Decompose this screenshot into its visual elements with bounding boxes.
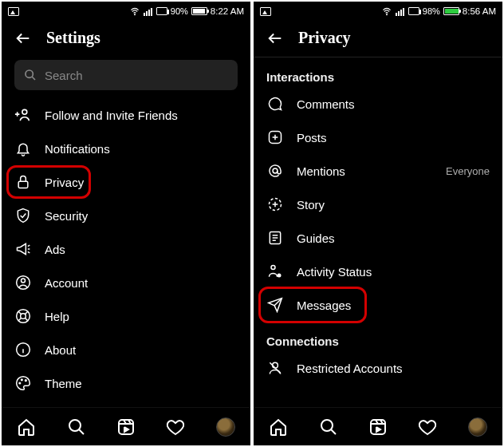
row-account[interactable]: Account — [2, 266, 250, 299]
plus-square-icon — [266, 129, 284, 146]
row-mentions[interactable]: Mentions Everyone — [254, 154, 502, 188]
sim-icon — [156, 7, 167, 15]
row-restricted-accounts[interactable]: Restricted Accounts — [254, 351, 502, 385]
svg-point-15 — [26, 380, 27, 382]
svg-rect-17 — [119, 420, 133, 434]
settings-list: Follow and Invite Friends Notifications … — [2, 98, 250, 407]
wifi-icon — [381, 7, 392, 16]
battery-charging-icon — [443, 7, 459, 15]
trail-value: Everyone — [446, 165, 490, 177]
header: Settings — [2, 21, 250, 57]
svg-rect-3 — [148, 10, 150, 16]
activity-icon — [266, 263, 284, 280]
nav-profile-avatar[interactable] — [467, 416, 489, 438]
avatar-icon — [468, 417, 487, 437]
lifebuoy-icon — [14, 307, 32, 325]
restrict-icon — [266, 359, 284, 377]
svg-point-18 — [386, 14, 387, 14]
add-friends-icon — [14, 106, 32, 124]
svg-rect-2 — [146, 11, 148, 16]
battery-icon — [191, 7, 207, 15]
row-help[interactable]: Help — [2, 299, 250, 333]
svg-point-11 — [21, 314, 26, 319]
row-ads[interactable]: Ads — [2, 232, 250, 266]
back-arrow-icon[interactable] — [266, 30, 284, 47]
nav-reels-icon[interactable] — [367, 416, 389, 438]
page-title: Settings — [46, 29, 100, 47]
row-story[interactable]: Story — [254, 188, 502, 221]
settings-screen: 90% 8:22 AM Settings Search Follow and I… — [2, 2, 250, 445]
info-icon — [14, 341, 32, 358]
story-icon — [266, 196, 284, 213]
row-activity-status[interactable]: Activity Status — [254, 255, 502, 288]
shield-icon — [14, 207, 32, 224]
status-bar: 90% 8:22 AM — [2, 2, 250, 21]
signal-icon — [144, 7, 153, 16]
guides-icon — [266, 229, 284, 247]
row-messages[interactable]: Messages — [254, 288, 502, 322]
svg-point-28 — [278, 274, 282, 278]
search-placeholder: Search — [45, 69, 83, 82]
row-follow-invite[interactable]: Follow and Invite Friends — [2, 98, 250, 132]
privacy-list: Interactions Comments Posts Mentions Eve… — [254, 57, 502, 407]
svg-rect-1 — [144, 13, 145, 16]
row-privacy[interactable]: Privacy — [2, 165, 250, 199]
svg-point-10 — [17, 310, 30, 323]
row-guides[interactable]: Guides — [254, 221, 502, 255]
svg-point-5 — [26, 70, 33, 77]
megaphone-icon — [14, 240, 32, 258]
nav-home-icon[interactable] — [267, 416, 289, 438]
privacy-screen: 98% 8:56 AM Privacy Interactions Comment… — [254, 2, 502, 445]
avatar-icon — [216, 417, 235, 437]
clock: 8:56 AM — [463, 6, 496, 16]
svg-point-24 — [273, 168, 278, 173]
row-comments[interactable]: Comments — [254, 87, 502, 121]
comment-icon — [266, 95, 284, 113]
nav-activity-icon[interactable] — [416, 416, 439, 438]
svg-rect-19 — [396, 13, 397, 16]
lock-icon — [14, 173, 32, 191]
send-icon — [266, 296, 284, 314]
svg-point-9 — [22, 279, 26, 283]
row-notifications[interactable]: Notifications — [2, 132, 250, 165]
battery-text: 98% — [423, 6, 440, 16]
back-arrow-icon[interactable] — [14, 30, 32, 47]
row-about[interactable]: About — [2, 333, 250, 366]
row-posts[interactable]: Posts — [254, 121, 502, 154]
bottom-nav — [2, 407, 250, 445]
palette-icon — [14, 374, 32, 392]
picture-icon — [260, 7, 271, 16]
section-connections: Connections — [254, 322, 502, 351]
svg-rect-22 — [403, 8, 404, 16]
picture-icon — [8, 7, 19, 16]
at-icon — [266, 162, 284, 180]
svg-rect-21 — [400, 10, 402, 16]
battery-text: 90% — [171, 6, 188, 16]
nav-search-icon[interactable] — [65, 416, 88, 438]
nav-home-icon[interactable] — [15, 416, 37, 438]
nav-search-icon[interactable] — [317, 416, 340, 438]
svg-rect-31 — [371, 420, 385, 434]
svg-point-16 — [69, 420, 81, 431]
bell-icon — [14, 140, 32, 157]
row-theme[interactable]: Theme — [2, 366, 250, 400]
page-title: Privacy — [298, 29, 351, 47]
bottom-nav — [254, 407, 502, 445]
svg-point-14 — [22, 379, 23, 381]
search-icon — [24, 69, 37, 81]
nav-reels-icon[interactable] — [115, 416, 137, 438]
signal-icon — [396, 7, 405, 16]
person-icon — [14, 274, 32, 291]
nav-profile-avatar[interactable] — [215, 416, 237, 438]
search-input[interactable]: Search — [14, 60, 238, 90]
nav-activity-icon[interactable] — [164, 416, 187, 438]
wifi-icon — [129, 7, 140, 16]
svg-rect-4 — [151, 8, 152, 16]
svg-point-6 — [22, 109, 27, 114]
svg-point-30 — [321, 420, 333, 431]
sim-icon — [408, 7, 419, 15]
svg-point-0 — [134, 14, 135, 14]
svg-point-13 — [19, 382, 21, 384]
section-interactions: Interactions — [254, 57, 502, 87]
row-security[interactable]: Security — [2, 199, 250, 232]
